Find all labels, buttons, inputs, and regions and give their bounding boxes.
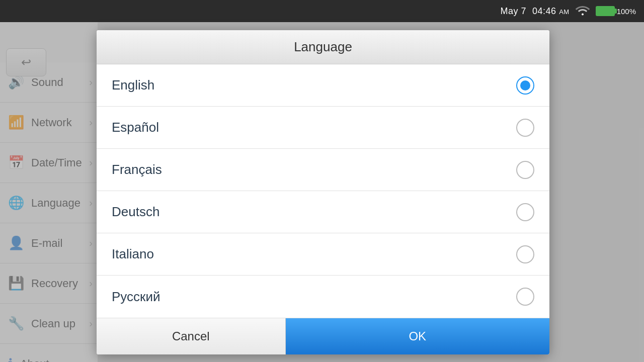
radio-francais[interactable] [516,161,534,179]
language-dialog: Language English Español Français Deutsc… [97,30,549,354]
lang-name-deutsch: Deutsch [112,204,516,220]
radio-italiano[interactable] [516,245,534,263]
cancel-button[interactable]: Cancel [97,318,286,354]
lang-name-russian: Русский [112,289,516,305]
status-date: May 7 [501,6,527,17]
lang-name-francais: Français [112,162,516,177]
lang-option-deutsch[interactable]: Deutsch [97,191,549,233]
status-bar: May 7 04:46 AM 100% [0,0,644,22]
radio-russian[interactable] [516,288,534,306]
radio-english[interactable] [516,76,534,95]
dialog-header: Language [97,30,549,64]
lang-option-english[interactable]: English [97,64,549,107]
radio-espanol[interactable] [516,119,534,137]
lang-name-espanol: Español [112,120,516,135]
battery-percent: 100% [617,7,636,16]
lang-option-espanol[interactable]: Español [97,107,549,149]
lang-option-francais[interactable]: Français [97,149,549,191]
lang-option-russian[interactable]: Русский [97,276,549,318]
wifi-icon [576,5,590,18]
lang-option-italiano[interactable]: Italiano [97,233,549,276]
ok-button[interactable]: OK [286,318,549,354]
radio-deutsch[interactable] [516,203,534,221]
battery-icon [596,6,615,16]
dialog-footer: Cancel OK [97,318,549,354]
lang-name-english: English [112,77,516,93]
dialog-title: Language [294,39,352,54]
dialog-body: English Español Français Deutsch Italian… [97,64,549,318]
lang-name-italiano: Italiano [112,246,516,262]
status-time: 04:46 AM [532,6,570,17]
battery-indicator: 100% [596,6,636,16]
